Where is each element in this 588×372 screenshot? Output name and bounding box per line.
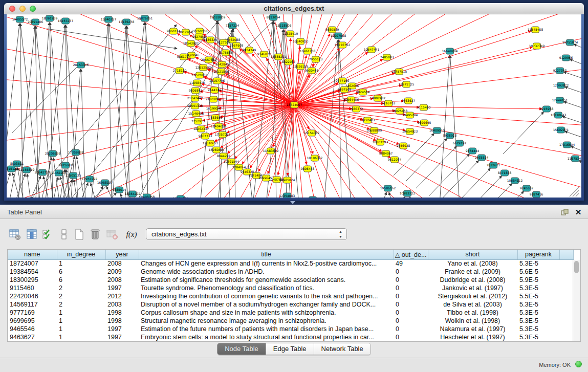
cell-in_degree[interactable]: 2 [57, 284, 105, 292]
cell-in_degree[interactable]: 1 [57, 333, 105, 341]
cell-year[interactable]: 1997 [105, 284, 139, 292]
cell-name[interactable]: 14569117 [8, 300, 57, 309]
cell-filler[interactable] [559, 309, 573, 317]
graph-node[interactable]: 19405572 [12, 16, 28, 23]
cell-out_de...[interactable]: 0 [394, 284, 428, 292]
graph-node[interactable]: 7832621 [487, 162, 500, 168]
graph-node[interactable]: 10983322 [400, 190, 416, 196]
graph-node[interactable]: 19737349 [529, 43, 545, 49]
cell-short[interactable]: Jankovic et al. (1997) [428, 284, 517, 292]
cell-out_de...[interactable]: 0 [394, 325, 428, 333]
graph-node[interactable]: 21247447 [187, 95, 203, 101]
graph-node[interactable]: 20564456 [343, 97, 359, 103]
column-header-out_de...[interactable]: △ out_de... [394, 250, 428, 259]
table-row[interactable]: 911546021997Tourette syndrome. Phenomeno… [8, 284, 573, 292]
graph-node[interactable]: 11325419 [282, 31, 298, 37]
graph-node[interactable]: 18262337 [193, 126, 209, 132]
graph-node[interactable]: 9975687 [59, 162, 73, 168]
cell-name[interactable]: 18300295 [8, 276, 57, 284]
graph-node[interactable]: 19495794 [402, 112, 418, 118]
cell-title[interactable]: Tourette syndrome. Phenomenology and cla… [139, 284, 394, 292]
graph-node[interactable]: 9463627 [402, 98, 416, 104]
cell-year[interactable]: 1997 [105, 325, 139, 333]
cell-filler[interactable] [559, 276, 573, 284]
cell-name[interactable]: 9465546 [8, 325, 57, 333]
cell-out_de...[interactable]: 0 [394, 268, 428, 276]
cell-filler[interactable] [559, 333, 573, 341]
graph-node[interactable]: 18354202 [125, 191, 141, 197]
graph-node[interactable]: 17135278 [119, 19, 135, 25]
cell-in_degree[interactable]: 6 [57, 268, 105, 276]
graph-node[interactable]: 22260558 [192, 28, 208, 34]
graph-node[interactable]: 17957292 [82, 176, 98, 182]
cell-short[interactable]: Dudbridge et al. (2008) [428, 276, 517, 284]
column-header-name[interactable]: name [8, 250, 57, 259]
cell-in_degree[interactable]: 1 [57, 259, 105, 268]
table-row[interactable]: 969969511998Structural magnetic resonanc… [8, 317, 573, 325]
cell-pagerank[interactable]: 5.3E-5 [517, 317, 559, 325]
graph-node[interactable]: 16958107 [97, 180, 113, 186]
table-body[interactable]: 1872400712008Changes of HCN gene express… [8, 259, 573, 341]
graph-node[interactable]: 12610651 [203, 140, 219, 146]
graph-node[interactable]: 12444151 [552, 97, 568, 103]
graph-node[interactable]: 2935514 [475, 155, 489, 161]
graph-node[interactable]: 9315128 [7, 166, 18, 172]
cell-filler[interactable] [559, 259, 573, 268]
graph-node[interactable]: 12505135 [66, 172, 81, 179]
table-row[interactable]: 1872400712008Changes of HCN gene express… [8, 259, 573, 268]
cell-pagerank[interactable]: 5.3E-5 [517, 333, 559, 341]
graph-node[interactable]: 18391959 [42, 15, 58, 21]
cell-short[interactable]: Hescheler et al. (1997) [428, 333, 517, 341]
cell-in_degree[interactable]: 1 [57, 325, 105, 333]
cell-name[interactable]: 19384554 [8, 268, 57, 276]
graph-node[interactable]: 12975125 [399, 81, 415, 87]
graph-node[interactable]: 11583619 [263, 148, 279, 154]
graph-node[interactable]: 17357067 [215, 132, 231, 138]
graph-node[interactable]: 19586162 [380, 185, 396, 191]
cell-year[interactable]: 1998 [105, 309, 139, 317]
cell-pagerank[interactable]: 5.5E-5 [517, 292, 559, 300]
graph-node[interactable]: 9884067 [379, 150, 393, 157]
tab-network-table[interactable]: Network Table [314, 343, 371, 355]
new-column-icon[interactable] [72, 226, 87, 243]
cell-year[interactable]: 1997 [105, 333, 139, 341]
table-row[interactable]: 946554611997Estimation of the future num… [8, 325, 573, 333]
cell-in_degree[interactable]: 1 [57, 317, 105, 325]
cell-title[interactable]: Estimation of significance thresholds fo… [139, 276, 394, 284]
graph-node[interactable]: 15340357 [101, 16, 117, 23]
select-all-icon[interactable] [40, 226, 55, 243]
table-row[interactable]: 977716911998Corpus callosum shape and si… [8, 309, 573, 317]
cell-pagerank[interactable]: 5.3E-5 [517, 300, 559, 309]
cell-title[interactable]: Estimation of the future numbers of pati… [139, 325, 394, 333]
cell-out_de...[interactable]: 0 [394, 292, 428, 300]
column-header-in_degree[interactable]: in_degree [57, 250, 105, 259]
table-row[interactable]: 2242004622012Investigating the contribut… [8, 292, 573, 300]
cell-pagerank[interactable]: 5.3E-5 [517, 284, 559, 292]
graph-node[interactable]: 2718120 [173, 68, 187, 74]
graph-node[interactable]: 9806841 [189, 87, 203, 94]
cell-filler[interactable] [559, 284, 573, 292]
graph-node[interactable]: 16754381 [173, 195, 189, 198]
table-scrollbar[interactable] [573, 260, 580, 341]
cell-filler[interactable] [559, 317, 573, 325]
graph-node[interactable]: 10591339 [187, 103, 203, 109]
graph-node[interactable]: 10498058 [139, 194, 155, 198]
graph-node[interactable]: 11451945 [51, 170, 67, 176]
table-header-row[interactable]: namein_degreeyeartitle△ out_de...shortpa… [8, 250, 573, 259]
delete-column-icon[interactable] [88, 226, 103, 243]
graph-node[interactable]: 9860124 [167, 28, 181, 34]
cell-short[interactable]: Tibbo et al. (1998) [428, 309, 517, 317]
cell-pagerank[interactable]: 5.6E-5 [517, 268, 559, 276]
graph-node[interactable]: 16776752 [335, 42, 351, 48]
cell-filler[interactable] [559, 292, 573, 300]
row-height-icon[interactable] [56, 226, 72, 243]
cell-out_de...[interactable]: 0 [394, 317, 428, 325]
cell-short[interactable]: de Silva et al. (2003) [428, 300, 517, 309]
cell-year[interactable]: 2012 [105, 292, 139, 300]
cell-year[interactable]: 2008 [105, 259, 139, 268]
graph-node[interactable]: 7979102 [306, 196, 320, 198]
graph-node[interactable]: 18985024 [279, 177, 295, 183]
graph-node[interactable]: 19876761 [137, 15, 153, 21]
cell-name[interactable]: 18724007 [8, 259, 57, 268]
graph-node[interactable]: 9699695 [418, 120, 431, 126]
